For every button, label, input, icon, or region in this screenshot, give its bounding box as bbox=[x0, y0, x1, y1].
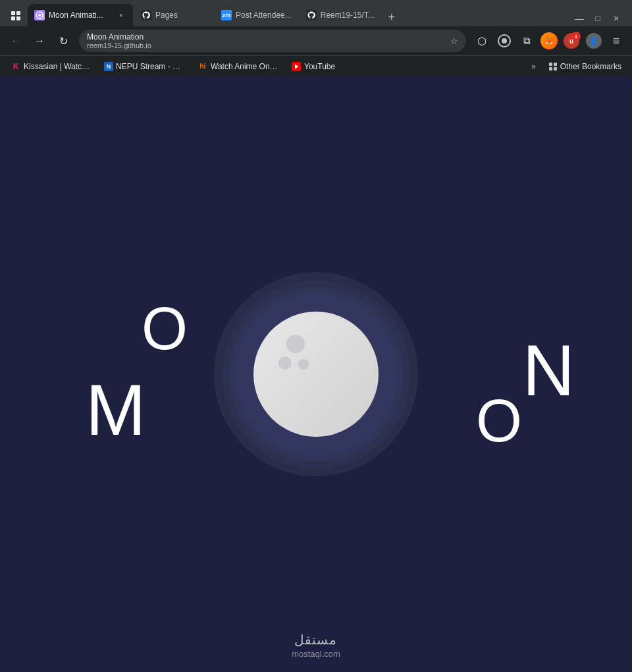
bookmark-label-kissasian: Kissasian | Watch Asia... bbox=[24, 62, 92, 71]
tab-favicon-github-2 bbox=[306, 10, 317, 20]
crater-3 bbox=[298, 359, 309, 370]
moon-container bbox=[253, 312, 379, 437]
tab-favicon-zm: zm bbox=[221, 10, 232, 20]
moon-body bbox=[253, 312, 379, 437]
page-footer: مستقل mostaql.com bbox=[292, 632, 340, 659]
bookmark-favicon-kissasian: K bbox=[11, 61, 21, 72]
bookmark-label-nepu: NEPU Stream - Watch ... bbox=[116, 62, 186, 71]
window-minimize-button[interactable]: — bbox=[571, 11, 587, 26]
container-button[interactable] bbox=[494, 30, 515, 51]
svg-rect-11 bbox=[554, 67, 557, 70]
bookmarks-bar: K Kissasian | Watch Asia... N NEPU Strea… bbox=[0, 55, 632, 76]
svg-point-5 bbox=[38, 14, 41, 16]
tab-controls: — □ × bbox=[571, 11, 627, 26]
svg-rect-8 bbox=[549, 63, 552, 66]
window-close-button[interactable]: × bbox=[608, 11, 624, 26]
reload-button[interactable]: ↻ bbox=[53, 30, 74, 51]
back-button[interactable]: ← bbox=[5, 30, 26, 51]
tab-title-active: Moon Animati... bbox=[49, 11, 112, 20]
page-title: Moon Animation bbox=[87, 32, 445, 42]
tab-favicon-github-1 bbox=[141, 10, 151, 20]
tab-favicon-moon bbox=[34, 10, 45, 20]
ublock-button[interactable]: u 1 bbox=[561, 30, 582, 51]
tab-post-attendee[interactable]: zm Post Attendee... bbox=[215, 4, 298, 26]
tab-title-reem19: Reem19-15/T... bbox=[321, 11, 375, 20]
page-content: M O O N مستقل mostaql.com bbox=[0, 76, 632, 672]
bookmark-kissasian[interactable]: K Kissasian | Watch Asia... bbox=[5, 59, 97, 74]
bookmark-star-icon[interactable]: ☆ bbox=[450, 36, 458, 46]
tab-title-pages: Pages bbox=[155, 11, 207, 20]
tab-reem19[interactable]: Reem19-15/T... bbox=[300, 4, 381, 26]
bookmark-label-anime: Watch Anime Online, F... bbox=[211, 62, 279, 71]
tab-active[interactable]: Moon Animati... × bbox=[28, 4, 133, 26]
tab-title-post-attendee: Post Attendee... bbox=[236, 11, 292, 20]
bookmark-label-youtube: YouTube bbox=[304, 62, 335, 71]
footer-url: mostaql.com bbox=[292, 649, 340, 659]
crater-1 bbox=[286, 335, 305, 353]
new-tab-button[interactable]: + bbox=[382, 8, 401, 26]
letter-M: M bbox=[86, 368, 147, 451]
crater-2 bbox=[278, 356, 292, 370]
svg-rect-2 bbox=[11, 16, 15, 20]
moon-scene: M O O N مستقل mostaql.com bbox=[0, 76, 632, 672]
letter-O2: O bbox=[476, 387, 523, 455]
bookmarks-icon bbox=[548, 62, 558, 71]
address-bar[interactable]: Moon Animation reem19-15.github.io ☆ bbox=[79, 30, 466, 52]
page-subtitle: reem19-15.github.io bbox=[87, 42, 445, 49]
window-maximize-button[interactable]: □ bbox=[590, 11, 606, 26]
svg-rect-0 bbox=[11, 11, 15, 15]
browser-chrome: Moon Animati... × Pages zm Post Attendee… bbox=[0, 0, 632, 76]
other-bookmarks-button[interactable]: Other Bookmarks bbox=[543, 59, 627, 74]
svg-rect-1 bbox=[16, 11, 20, 15]
letter-O1: O bbox=[142, 295, 189, 363]
toolbar: ← → ↻ Moon Animation reem19-15.github.io… bbox=[0, 26, 632, 55]
bookmark-youtube[interactable]: YouTube bbox=[286, 59, 340, 74]
svg-rect-9 bbox=[554, 63, 557, 66]
bookmark-favicon-youtube bbox=[291, 61, 302, 72]
tab-pages[interactable]: Pages bbox=[134, 4, 213, 26]
bookmark-anime[interactable]: hi Watch Anime Online, F... bbox=[192, 59, 284, 74]
firefox-account-button[interactable]: 🦊 bbox=[539, 30, 560, 51]
bookmark-favicon-nepu: N bbox=[104, 62, 113, 71]
bookmark-favicon-anime: hi bbox=[198, 61, 208, 72]
toolbar-right: ⬡ ⧉ 🦊 u 1 👤 bbox=[471, 30, 627, 51]
letter-N: N bbox=[523, 328, 576, 412]
tab-bar: Moon Animati... × Pages zm Post Attendee… bbox=[0, 0, 632, 26]
pocket-button[interactable]: ⬡ bbox=[471, 30, 492, 51]
svg-rect-10 bbox=[549, 67, 552, 70]
extensions-button[interactable]: ⧉ bbox=[516, 30, 537, 51]
extension-extra-button[interactable]: 👤 bbox=[583, 30, 604, 51]
more-bookmarks-button[interactable]: » bbox=[526, 59, 542, 74]
forward-button[interactable]: → bbox=[29, 30, 50, 51]
bookmark-nepu[interactable]: N NEPU Stream - Watch ... bbox=[99, 59, 191, 74]
menu-button[interactable]: ≡ bbox=[606, 30, 627, 51]
tab-list-button[interactable] bbox=[5, 5, 26, 26]
address-bar-icons: ☆ bbox=[450, 36, 458, 46]
ublock-badge: 1 bbox=[571, 32, 581, 41]
other-bookmarks-label: Other Bookmarks bbox=[560, 62, 621, 71]
footer-arabic-text: مستقل bbox=[292, 632, 340, 648]
tab-close-active[interactable]: × bbox=[116, 10, 126, 20]
svg-rect-3 bbox=[16, 16, 20, 20]
